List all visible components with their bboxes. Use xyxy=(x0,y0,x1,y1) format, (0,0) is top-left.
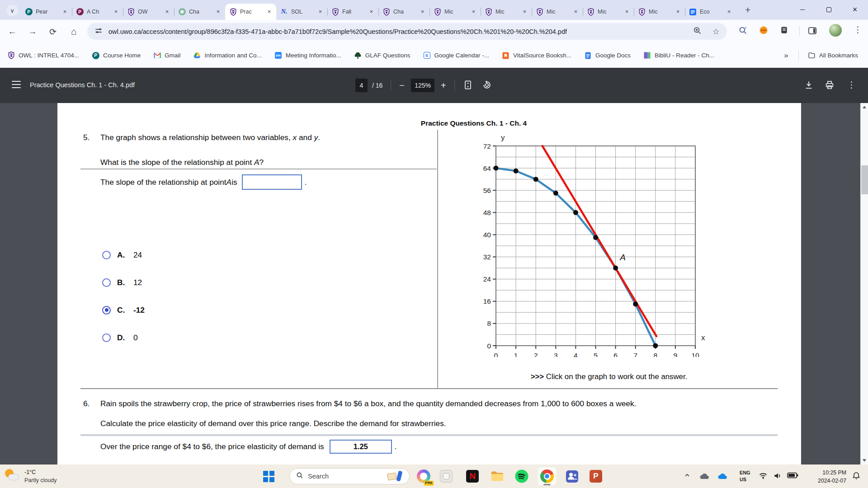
zoom-out-button[interactable]: − xyxy=(399,81,405,90)
scrollbar-thumb[interactable] xyxy=(861,165,868,194)
pdf-more-icon[interactable]: ⋮ xyxy=(847,80,856,90)
taskbar-file-explorer-icon[interactable] xyxy=(488,467,506,485)
extension-search-icon[interactable] xyxy=(738,26,748,37)
tab-close-icon[interactable]: × xyxy=(521,8,528,16)
zoom-level[interactable]: 125% xyxy=(411,79,434,92)
taskbar-powerpoint-icon[interactable]: P xyxy=(587,467,605,485)
weather-widget[interactable]: -1°C Partly cloudy xyxy=(4,467,57,485)
graph[interactable]: 0 8 16 24 32 40 48 56 64 72 0 1 2 3 4 5 … xyxy=(476,131,711,359)
tab-8[interactable]: Mic × xyxy=(429,4,481,20)
tab-5[interactable]: N.SOL × xyxy=(276,4,327,20)
tab-4-active[interactable]: Prac × xyxy=(225,4,276,20)
browser-menu-icon[interactable]: ⋮ xyxy=(854,24,862,35)
tab-close-icon[interactable]: × xyxy=(316,8,324,16)
taskbar-app-window-icon[interactable] xyxy=(437,467,455,485)
option-row-0[interactable]: A. 24 xyxy=(102,250,145,260)
download-icon[interactable] xyxy=(804,80,814,92)
side-panel-icon[interactable] xyxy=(807,26,817,38)
volume-icon[interactable] xyxy=(773,471,782,482)
onedrive-cloud-icon[interactable] xyxy=(699,472,710,482)
tab-10[interactable]: Mic × xyxy=(532,4,583,20)
bookmark-item-5[interactable]: GLAF Questions xyxy=(354,52,410,59)
bookmark-item-9[interactable]: BibliU - Reader - Ch... xyxy=(643,52,714,59)
taskbar-netflix-icon[interactable]: N xyxy=(463,467,481,485)
tab-close-icon[interactable]: × xyxy=(419,8,426,16)
print-icon[interactable] xyxy=(825,80,835,92)
taskbar-spotify-icon[interactable] xyxy=(513,467,531,485)
option-row-3[interactable]: D. 0 xyxy=(102,333,145,343)
tab-close-icon[interactable]: × xyxy=(214,8,222,16)
tab-close-icon[interactable]: × xyxy=(725,8,733,16)
tab-close-icon[interactable]: × xyxy=(112,8,120,16)
pdf-viewport[interactable]: Practice Questions Ch. 1 - Ch. 4 5. The … xyxy=(0,103,868,465)
page-number-input[interactable]: 4 xyxy=(355,79,368,92)
bookmark-item-6[interactable]: 5Google Calendar -... xyxy=(423,52,490,59)
notifications-bell-icon[interactable] xyxy=(852,471,861,482)
tab-1[interactable]: PA Ch × xyxy=(72,4,123,20)
tab-7[interactable]: Cha × xyxy=(378,4,429,20)
rotate-icon[interactable] xyxy=(482,80,492,91)
new-tab-button[interactable]: + xyxy=(745,5,750,15)
radio-unselected[interactable] xyxy=(102,251,111,259)
close-button[interactable]: × xyxy=(842,0,868,19)
bookmarks-overflow-icon[interactable]: » xyxy=(784,51,788,60)
address-bar[interactable]: owl.uwo.ca/access/content/group/896c3f2a… xyxy=(87,23,727,40)
bookmark-item-7[interactable]: VitalSource Booksh... xyxy=(502,52,571,59)
taskbar-teams-icon[interactable] xyxy=(563,467,581,485)
start-button[interactable] xyxy=(263,471,274,482)
tab-3[interactable]: ✻Cha × xyxy=(174,4,225,20)
bookmark-star-icon[interactable]: ☆ xyxy=(712,27,720,37)
wifi-icon[interactable] xyxy=(759,471,768,482)
tab-close-icon[interactable]: × xyxy=(368,8,375,16)
bookmark-item-4[interactable]: zmMeeting Informatio... xyxy=(274,52,341,59)
back-button[interactable]: ← xyxy=(5,25,19,38)
tray-chevron-up-icon[interactable] xyxy=(684,472,691,481)
home-button[interactable]: ⌂ xyxy=(67,25,80,38)
elasticity-answer-input[interactable]: 1.25 xyxy=(330,440,392,454)
tab-6[interactable]: Fall × xyxy=(327,4,378,20)
site-info-icon[interactable] xyxy=(94,27,103,37)
taskbar-chrome-icon[interactable] xyxy=(538,467,556,485)
slope-answer-input[interactable] xyxy=(242,174,302,190)
taskbar-search[interactable]: Search xyxy=(289,468,410,484)
tab-close-icon[interactable]: × xyxy=(61,8,69,16)
option-row-2[interactable]: C. -12 xyxy=(102,305,145,315)
bookmark-item-1[interactable]: PCourse Home xyxy=(92,52,141,59)
scroll-down-icon[interactable] xyxy=(863,459,866,462)
tab-2[interactable]: OW × xyxy=(123,4,174,20)
bookmark-item-2[interactable]: Gmail xyxy=(153,52,180,59)
fit-page-icon[interactable] xyxy=(463,80,473,91)
tab-search-chevron-icon[interactable]: ∨ xyxy=(6,5,18,16)
tab-11[interactable]: Mic × xyxy=(583,4,634,20)
radio-unselected[interactable] xyxy=(102,278,111,287)
radio-selected[interactable] xyxy=(102,306,111,314)
tab-close-icon[interactable]: × xyxy=(265,8,273,16)
language-indicator[interactable]: ENGUS xyxy=(740,469,750,483)
tab-0[interactable]: PPear × xyxy=(21,4,72,20)
option-row-1[interactable]: B. 12 xyxy=(102,277,145,287)
tab-close-icon[interactable]: × xyxy=(163,8,171,16)
tab-12[interactable]: Mic × xyxy=(634,4,685,20)
bookmark-item-8[interactable]: Google Docs xyxy=(584,52,631,59)
minimize-button[interactable]: ─ xyxy=(789,0,816,19)
bookmark-item-0[interactable]: OWL : INTREL 4704... xyxy=(7,52,79,59)
reload-button[interactable]: ⟳ xyxy=(46,25,60,38)
maximize-button[interactable] xyxy=(816,0,842,19)
tab-9[interactable]: Mic × xyxy=(481,4,532,20)
tab-close-icon[interactable]: × xyxy=(572,8,580,16)
battery-icon[interactable] xyxy=(787,472,798,480)
taskbar-copilot-icon[interactable]: PRE xyxy=(415,467,433,485)
scrollbar[interactable] xyxy=(860,103,868,465)
radio-unselected[interactable] xyxy=(102,333,111,342)
extension-honey-icon[interactable] xyxy=(759,26,768,37)
all-bookmarks-button[interactable]: All Bookmarks xyxy=(808,52,858,59)
weather-cloud-icon[interactable] xyxy=(717,472,728,482)
tab-close-icon[interactable]: × xyxy=(674,8,682,16)
clock[interactable]: 10:25 PM 2024-02-07 xyxy=(807,469,846,485)
tab-close-icon[interactable]: × xyxy=(623,8,631,16)
bookmark-item-3[interactable]: Information and Co... xyxy=(193,52,262,59)
pdf-menu-icon[interactable] xyxy=(12,81,21,90)
zoom-in-button[interactable]: + xyxy=(441,81,446,90)
profile-avatar[interactable] xyxy=(829,24,842,37)
extension-clipboard-icon[interactable] xyxy=(780,26,788,36)
